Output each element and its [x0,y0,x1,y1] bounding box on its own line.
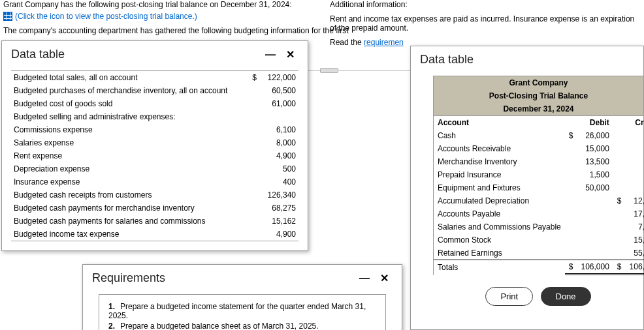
budget-label: Salaries expense [11,136,250,149]
close-button[interactable]: ✕ [282,48,298,61]
requirements-link[interactable]: requiremen [364,38,404,47]
tb-title: Data table [420,53,474,67]
tb-row: Merchandise Inventory13,500 [434,155,644,168]
budget-value: 15,162 [259,215,298,228]
drag-handle[interactable]: ····· [320,68,338,73]
done-button[interactable]: Done [541,287,591,306]
budget-value: 68,275 [259,202,298,215]
req-title: Requirements [92,271,165,285]
budget-label: Budgeted cash payments for salaries and … [11,215,250,228]
tb-row: Salaries and Commissions Payable7,000 [434,220,644,233]
budget-row: Budgeted cash receipts from customers126… [11,188,298,202]
close-button[interactable]: ✕ [376,272,393,284]
print-button[interactable]: Print [485,287,533,306]
budget-row: Budgeted total sales, all on account$122… [11,71,298,85]
tb-account: Accumulated Depreciation [434,194,565,207]
tb-account: Accounts Receivable [434,142,565,155]
tb-account: Merchandise Inventory [434,155,565,168]
tb-date: December 31, 2024 [434,102,643,115]
budget-value: 4,900 [259,228,298,241]
budget-title: Data table [11,48,65,61]
budget-row: Budgeted selling and administrative expe… [11,110,298,123]
budget-label: Rent expense [11,149,250,162]
tb-debit [577,220,613,233]
tb-totals-label: Totals [434,260,565,275]
tb-row: Accounts Receivable15,000 [434,142,644,155]
tb-credit [626,181,644,194]
tb-debit [577,233,613,247]
tb-account: Salaries and Commissions Payable [434,220,565,233]
tb-credit [626,142,644,155]
tb-credit: 15,000 [626,233,644,247]
col-credit: Credit [613,116,644,130]
budget-value: 4,900 [259,149,298,162]
tb-debit: 50,000 [577,181,613,194]
tb-account: Retained Earnings [434,247,565,260]
budget-row: Budgeted purchases of merchandise invent… [11,84,298,97]
bg-right-1: Additional information: [330,0,641,9]
bg-right-2: Rent and income tax expenses are paid as… [330,14,641,33]
budget-row: Budgeted cash payments for merchandise i… [11,202,298,215]
budget-label: Budgeted cost of goods sold [11,97,250,110]
tb-row: Cash$26,000 [434,129,644,142]
budget-value: 122,000 [259,71,298,85]
budget-value: 61,000 [259,97,298,110]
tb-account: Prepaid Insurance [434,168,565,181]
tb-credit: 7,000 [626,220,644,233]
icon-link-text: (Click the icon to view the post-closing… [15,12,197,21]
tb-credit: 17,000 [626,207,644,220]
budget-value [259,110,298,123]
tb-company: Grant Company [434,76,643,89]
budget-label: Budgeted selling and administrative expe… [11,110,250,123]
budget-row: Commissions expense6,100 [11,123,298,136]
tb-row: Common Stock15,000 [434,233,644,247]
budget-value: 60,500 [259,84,298,97]
budget-row: Budgeted cost of goods sold61,000 [11,97,298,110]
tb-debit [577,194,613,207]
budget-row: Budgeted cash payments for salaries and … [11,215,298,228]
budget-modal: Data table — ✕ Budgeted total sales, all… [1,40,308,251]
tb-account: Equipment and Fixtures [434,181,565,194]
tb-credit: 55,000 [626,247,644,260]
requirement-item: 2.Prepare a budgeted balance sheet as of… [108,321,376,330]
budget-label: Depreciation expense [11,162,250,175]
tb-credit [626,129,644,142]
budget-value: 6,100 [259,123,298,136]
budget-value: 126,340 [259,188,298,202]
tb-row: Equipment and Fixtures50,000 [434,181,644,194]
requirements-modal: Requirements — ✕ 1.Prepare a budgeted in… [82,264,402,330]
budget-label: Budgeted purchases of merchandise invent… [11,84,250,97]
minimize-button[interactable]: — [261,49,280,61]
tb-credit: 12,000 [626,194,644,207]
tb-debit: 13,500 [577,155,613,168]
col-debit: Debit [565,116,613,130]
trial-balance-modal: Data table Grant Company Post-Closing Tr… [410,46,644,330]
budget-label: Commissions expense [11,123,250,136]
tb-row: Prepaid Insurance1,500 [434,168,644,181]
budget-label: Budgeted income tax expense [11,228,250,241]
budget-table: Budgeted total sales, all on account$122… [11,70,298,241]
tb-account: Accounts Payable [434,207,565,220]
budget-row: Depreciation expense500 [11,162,298,175]
requirement-item: 1.Prepare a budgeted income statement fo… [108,301,376,321]
tb-row: Retained Earnings55,000 [434,247,644,260]
tb-debit [577,247,613,260]
trial-balance-table: Account Debit Credit Cash$26,000Accounts… [434,115,644,275]
budget-row: Rent expense4,900 [11,149,298,162]
tb-row: Accounts Payable17,000 [434,207,644,220]
budget-value: 500 [259,162,298,175]
budget-row: Salaries expense8,000 [11,136,298,149]
grid-icon [3,12,12,21]
tb-debit: 15,000 [577,142,613,155]
tb-debit [577,207,613,220]
minimize-button[interactable]: — [355,273,374,284]
tb-account: Cash [434,129,565,142]
budget-row: Insurance expense400 [11,175,298,188]
tb-subtitle: Post-Closing Trial Balance [434,89,643,102]
budget-label: Budgeted cash receipts from customers [11,188,250,202]
budget-row: Budgeted income tax expense4,900 [11,228,298,241]
tb-account: Common Stock [434,233,565,247]
budget-label: Budgeted total sales, all on account [11,71,250,85]
tb-debit: 26,000 [577,129,613,142]
budget-label: Insurance expense [11,175,250,188]
